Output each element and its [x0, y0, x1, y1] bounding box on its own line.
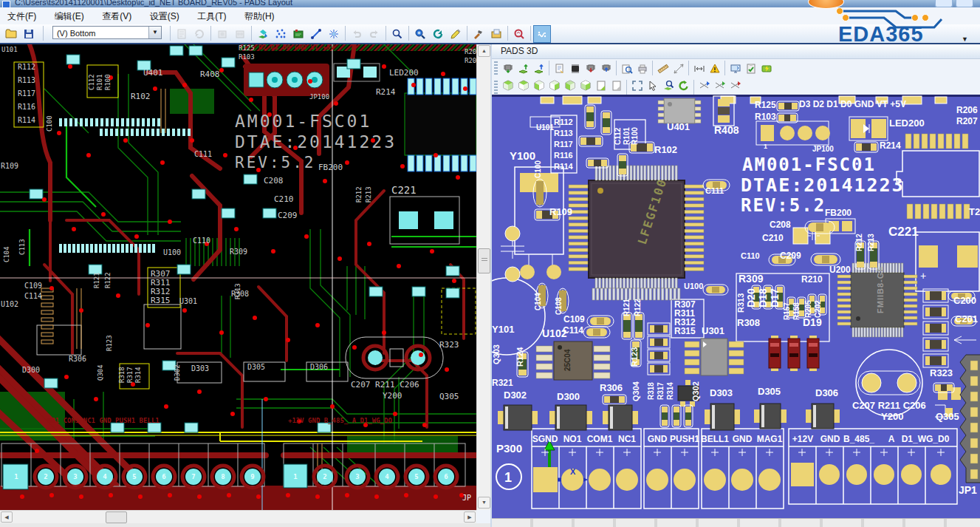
- via-mode-icon[interactable]: [325, 25, 343, 43]
- measure-distance-icon[interactable]: [671, 61, 686, 76]
- refdes-label: R213: [365, 186, 372, 203]
- section-red-icon[interactable]: [727, 79, 743, 92]
- refdes-label: 1: [504, 470, 512, 485]
- refdes-label: R124: [515, 347, 524, 367]
- undo-icon[interactable]: [348, 25, 366, 43]
- board-layers-icon[interactable]: [289, 25, 307, 43]
- pads3d-viewport[interactable]: +: [492, 95, 980, 518]
- zoom-icon[interactable]: [388, 25, 406, 43]
- horizontal-scrollbar[interactable]: ◀ ▶: [0, 510, 476, 523]
- refdes-label: C104: [534, 293, 542, 310]
- horizontal-scroll-thumb[interactable]: [106, 511, 127, 523]
- refdes-label: R317: [126, 367, 134, 383]
- energy-snapshot-icon[interactable]: [758, 61, 774, 76]
- signal-wave-icon[interactable]: [533, 25, 551, 43]
- pad-number: 1: [14, 473, 18, 480]
- pads3d-header[interactable]: PADS 3D: [492, 44, 980, 59]
- part-properties-icon[interactable]: [552, 61, 567, 76]
- pin-spacing-icon[interactable]: [691, 61, 707, 76]
- pad-number: 4: [103, 473, 107, 480]
- select-cursor-icon[interactable]: [645, 79, 660, 92]
- save-icon[interactable]: [20, 25, 38, 43]
- menu-help[interactable]: 帮助(H): [237, 7, 282, 23]
- print-icon[interactable]: [634, 61, 650, 76]
- pad-number: 9: [250, 473, 254, 480]
- minimize-button[interactable]: [935, 0, 953, 7]
- rotate-view-icon[interactable]: [429, 25, 447, 43]
- selection-query-icon[interactable]: [510, 25, 528, 43]
- refdes-label: R323: [930, 367, 953, 378]
- menu-file[interactable]: 文件(F): [0, 7, 44, 23]
- refdes-label: U301: [702, 325, 724, 336]
- eda365-caret-icon: ▼: [962, 35, 968, 43]
- paste-special-icon[interactable]: [487, 25, 505, 43]
- section-blue-icon[interactable]: [696, 79, 712, 92]
- combobox-dropdown-icon[interactable]: ▼: [148, 27, 161, 38]
- place-part-icon[interactable]: [500, 61, 515, 76]
- scroll-up-icon[interactable]: ▲: [478, 45, 490, 57]
- refdes-label: R212: [355, 186, 363, 203]
- export-board-green-icon[interactable]: [515, 61, 531, 76]
- view-back-icon[interactable]: [562, 79, 578, 92]
- cleanup-brush-icon[interactable]: [447, 25, 465, 43]
- rotate-ccw-icon[interactable]: [676, 79, 691, 92]
- layout-board-view[interactable]: 123456789123456 U101R112R113R117R116R114…: [0, 44, 476, 510]
- drc-warning-icon[interactable]: [707, 61, 722, 76]
- view-side-icon[interactable]: [578, 79, 593, 92]
- scroll-down-icon[interactable]: ▼: [478, 497, 490, 509]
- redraw-icon[interactable]: [191, 25, 208, 43]
- toolbar-grip[interactable]: [494, 61, 498, 75]
- view-bottom-icon[interactable]: [531, 79, 546, 92]
- scroll-right-icon[interactable]: ▶: [464, 511, 476, 523]
- page-flip-gray-icon[interactable]: [609, 79, 624, 92]
- toolbar-grip[interactable]: [494, 81, 498, 94]
- view-iso-icon[interactable]: [500, 79, 515, 92]
- refdes-label: R210: [801, 274, 823, 285]
- refdes-label: FB200: [318, 163, 343, 172]
- page-flip-green-icon[interactable]: [593, 79, 609, 92]
- properties-icon[interactable]: [173, 25, 191, 43]
- view-top-icon[interactable]: [515, 79, 531, 92]
- add-connection-icon[interactable]: [307, 25, 325, 43]
- redo-icon[interactable]: [366, 25, 383, 43]
- vertical-scrollbar[interactable]: ▲ ▼: [476, 44, 490, 510]
- refdes-label: R408: [714, 124, 739, 136]
- menu-edit[interactable]: 编辑(E): [47, 7, 92, 23]
- chip-import-icon[interactable]: [583, 61, 598, 76]
- measure-ruler-icon[interactable]: [655, 61, 671, 76]
- layout-canvas[interactable]: 123456789123456 U101R112R113R117R116R114…: [0, 44, 476, 510]
- eco-add-icon[interactable]: [213, 25, 231, 43]
- export-board-blue-icon[interactable]: [531, 61, 546, 76]
- refdes-label: C221: [391, 184, 417, 196]
- section-green-icon[interactable]: [712, 79, 727, 92]
- zoom-fit-icon[interactable]: [629, 79, 645, 92]
- pad-number: 4: [385, 473, 389, 480]
- pad-number: 2: [323, 473, 326, 480]
- scroll-left-icon[interactable]: ◀: [1, 511, 13, 523]
- pads3d-bottom-strip[interactable]: [492, 518, 980, 527]
- refdes-label: Q304: [97, 364, 104, 381]
- refdes-label: Q303: [492, 344, 501, 364]
- open-file-icon[interactable]: [2, 25, 20, 43]
- view-front-icon[interactable]: [546, 79, 562, 92]
- toolbar-separator: [693, 80, 694, 95]
- chip-view-icon[interactable]: [567, 61, 583, 76]
- chip-export-icon[interactable]: [598, 61, 614, 76]
- tools-hammer-icon[interactable]: [470, 25, 487, 43]
- eco-compare-icon[interactable]: [231, 25, 249, 43]
- menu-setup[interactable]: 设置(S): [143, 7, 187, 23]
- menu-tools[interactable]: 工具(T): [190, 7, 233, 23]
- maximize-button[interactable]: [956, 0, 973, 7]
- print-preview-icon[interactable]: [619, 61, 634, 76]
- copy-clipboard-icon[interactable]: [743, 61, 758, 76]
- view-3d-icon[interactable]: [254, 25, 272, 43]
- vertical-scroll-thumb[interactable]: [478, 248, 490, 273]
- menu-view[interactable]: 查看(V): [95, 7, 139, 23]
- layer-combobox[interactable]: (V) Bottom ▼: [52, 26, 162, 39]
- board-3d-view[interactable]: +: [492, 95, 980, 518]
- zoom-board-icon[interactable]: [660, 79, 676, 92]
- ratsnest-icon[interactable]: [272, 25, 289, 43]
- screen-capture-icon[interactable]: [727, 61, 743, 76]
- zoom-window-icon[interactable]: [411, 25, 429, 43]
- svg-text:+: +: [920, 270, 926, 282]
